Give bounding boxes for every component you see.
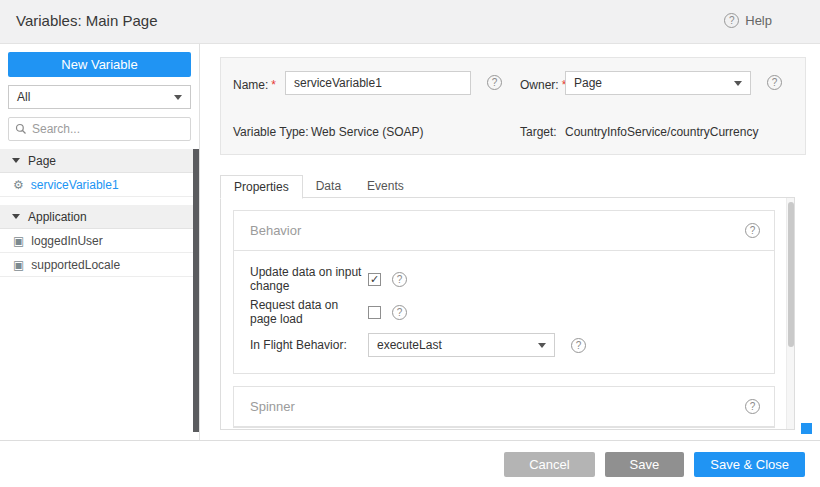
tab-data[interactable]: Data <box>303 175 354 198</box>
help-button[interactable]: ? Help <box>724 13 772 28</box>
search-box <box>8 117 191 141</box>
target-label: Target: <box>520 125 557 139</box>
behavior-help-icon[interactable]: ? <box>745 223 760 238</box>
caret-down-icon <box>538 343 546 348</box>
property-row: In Flight Behavior: executeLast ? <box>250 333 758 357</box>
check-icon: ✓ <box>370 274 379 285</box>
section-body: Update data on input change ✓ ? Request … <box>234 251 774 373</box>
spinner-section: Spinner ? <box>233 386 775 428</box>
tree-item-label: serviceVariable1 <box>31 178 119 192</box>
variable-type-value: Web Service (SOAP) <box>311 125 423 139</box>
in-flight-behavior-value: executeLast <box>377 338 442 352</box>
save-button[interactable]: Save <box>605 452 685 477</box>
variable-filter-select[interactable]: All <box>8 85 191 109</box>
new-variable-button[interactable]: New Variable <box>8 52 191 77</box>
tab-events[interactable]: Events <box>354 175 417 198</box>
section-title: Spinner <box>250 399 295 414</box>
search-input[interactable] <box>32 122 184 136</box>
scroll-corner-indicator[interactable] <box>801 423 812 434</box>
spinner-help-icon[interactable]: ? <box>745 399 760 414</box>
variable-summary-panel: Name:* ? Owner:* Page ? Variable Type: W… <box>220 57 806 155</box>
tree-group-label: Application <box>28 210 87 224</box>
collapse-icon <box>12 158 20 163</box>
sidebar: New Variable All Page ⚙ serviceVariable1 <box>0 44 200 440</box>
update-data-checkbox[interactable]: ✓ <box>368 273 381 286</box>
variable-icon: ▣ <box>13 259 24 271</box>
save-close-button[interactable]: Save & Close <box>694 452 805 477</box>
footer-action-bar: Cancel Save Save & Close <box>0 440 820 487</box>
target-value: CountryInfoService/countryCurrency <box>565 125 758 139</box>
owner-help-icon[interactable]: ? <box>767 75 782 90</box>
request-data-label: Request data on page load <box>250 298 368 326</box>
required-marker: * <box>271 78 276 92</box>
in-flight-behavior-select[interactable]: executeLast <box>368 333 555 357</box>
content-scrollbar[interactable] <box>786 198 794 429</box>
variable-type-label: Variable Type: <box>233 125 309 139</box>
page-title: Variables: Main Page <box>16 12 157 29</box>
request-data-checkbox[interactable] <box>368 306 381 319</box>
filter-value: All <box>17 90 30 104</box>
section-header: Spinner ? <box>234 387 774 427</box>
help-label: Help <box>745 13 772 28</box>
sidebar-item-loggedinuser[interactable]: ▣ loggedInUser <box>0 229 199 253</box>
window-header: Variables: Main Page ? Help <box>0 0 820 44</box>
owner-label: Owner:* <box>520 78 566 92</box>
in-flight-behavior-help-icon[interactable]: ? <box>571 338 586 353</box>
tree-group-application[interactable]: Application <box>0 205 199 229</box>
main-content: Name:* ? Owner:* Page ? Variable Type: W… <box>200 44 820 440</box>
scrollbar-thumb[interactable] <box>788 202 794 347</box>
name-label: Name:* <box>233 78 276 92</box>
help-icon: ? <box>724 13 739 28</box>
variable-tree: Page ⚙ serviceVariable1 Application ▣ lo… <box>0 149 199 277</box>
tree-group-label: Page <box>28 154 56 168</box>
sidebar-item-servicevariable1[interactable]: ⚙ serviceVariable1 <box>0 173 199 197</box>
tree-item-label: loggedInUser <box>31 234 102 248</box>
property-row: Update data on input change ✓ ? <box>250 267 758 291</box>
sidebar-scrollbar[interactable] <box>193 149 199 432</box>
tab-properties[interactable]: Properties <box>220 175 303 199</box>
tree-group-page[interactable]: Page <box>0 149 199 173</box>
variable-icon: ▣ <box>13 235 24 247</box>
tab-bar: Properties Data Events <box>220 175 417 198</box>
caret-down-icon <box>174 95 182 100</box>
search-icon <box>15 123 27 135</box>
in-flight-behavior-label: In Flight Behavior: <box>250 338 368 352</box>
section-title: Behavior <box>250 223 301 238</box>
section-header: Behavior ? <box>234 211 774 251</box>
tree-item-label: supportedLocale <box>31 258 120 272</box>
name-help-icon[interactable]: ? <box>487 75 502 90</box>
property-row: Request data on page load ? <box>250 300 758 324</box>
name-input[interactable] <box>285 71 471 95</box>
request-data-help-icon[interactable]: ? <box>392 305 407 320</box>
owner-value: Page <box>574 76 602 90</box>
update-data-label: Update data on input change <box>250 265 368 293</box>
variables-dialog: Variables: Main Page ? Help New Variable… <box>0 0 820 487</box>
update-data-help-icon[interactable]: ? <box>392 272 407 287</box>
collapse-icon <box>12 214 20 219</box>
properties-panel: Behavior ? Update data on input change ✓… <box>220 197 795 430</box>
sidebar-item-supportedlocale[interactable]: ▣ supportedLocale <box>0 253 199 277</box>
owner-select[interactable]: Page <box>565 71 751 95</box>
web-service-icon: ⚙ <box>13 179 24 191</box>
behavior-section: Behavior ? Update data on input change ✓… <box>233 210 775 374</box>
cancel-button[interactable]: Cancel <box>504 452 594 477</box>
caret-down-icon <box>734 81 742 86</box>
